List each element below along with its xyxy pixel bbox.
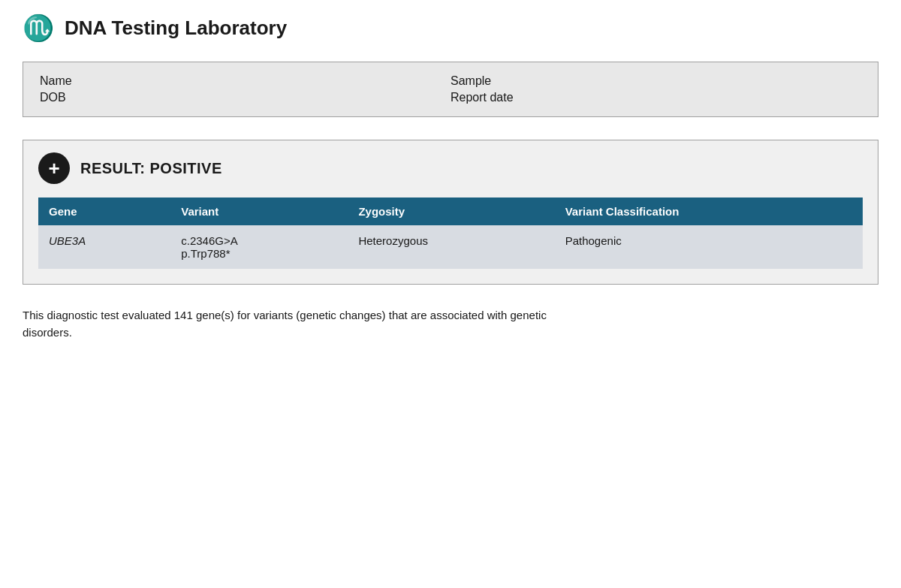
sample-label: Sample <box>450 74 861 88</box>
result-box: + RESULT: POSITIVE Gene Variant Zygosity… <box>23 140 878 285</box>
footer-text: This diagnostic test evaluated 141 gene(… <box>23 307 548 341</box>
result-header: + RESULT: POSITIVE <box>38 152 863 184</box>
page-title: DNA Testing Laboratory <box>65 17 287 40</box>
col-variant: Variant <box>170 198 348 225</box>
cell-variant: c.2346G>A p.Trp788* <box>170 225 348 269</box>
dob-label: DOB <box>40 91 450 104</box>
col-gene: Gene <box>38 198 170 225</box>
cell-zygosity: Heterozygous <box>348 225 554 269</box>
variant-line1: c.2346G>A <box>181 234 237 247</box>
cell-classification: Pathogenic <box>555 225 863 269</box>
patient-info-box: Name DOB Sample Report date <box>23 62 878 117</box>
patient-info-right: Sample Report date <box>450 74 861 104</box>
dna-icon: ♏ <box>23 15 54 41</box>
result-title: RESULT: POSITIVE <box>80 160 222 177</box>
variant-line2: p.Trp788* <box>181 247 230 260</box>
table-header-row: Gene Variant Zygosity Variant Classifica… <box>38 198 863 225</box>
table-row: UBE3A c.2346G>A p.Trp788* Heterozygous P… <box>38 225 863 269</box>
col-zygosity: Zygosity <box>348 198 554 225</box>
plus-icon: + <box>38 152 70 184</box>
col-classification: Variant Classification <box>555 198 863 225</box>
name-label: Name <box>40 74 450 88</box>
patient-info-left: Name DOB <box>40 74 450 104</box>
variants-table: Gene Variant Zygosity Variant Classifica… <box>38 198 863 269</box>
page-header: ♏ DNA Testing Laboratory <box>23 15 878 41</box>
cell-gene: UBE3A <box>38 225 170 269</box>
report-date-label: Report date <box>450 91 861 104</box>
